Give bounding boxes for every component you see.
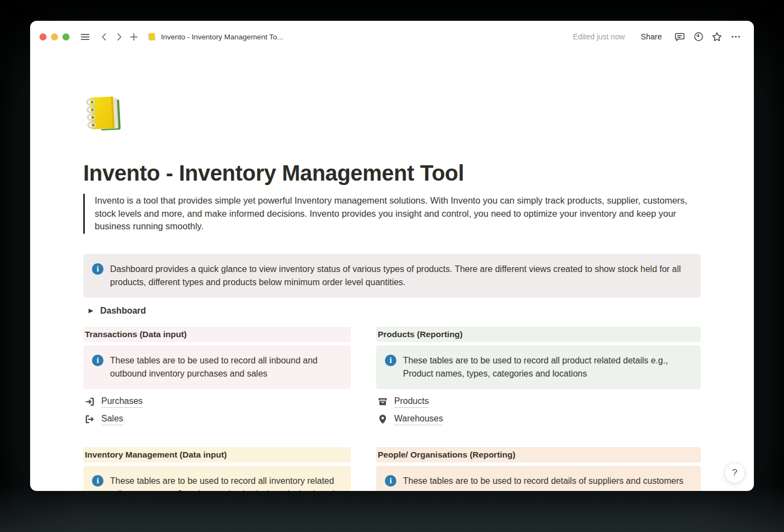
page-title: Invento - Inventory Management Tool bbox=[83, 160, 701, 186]
page-link-products[interactable]: Products bbox=[376, 394, 701, 409]
close-window-button[interactable] bbox=[39, 33, 47, 41]
comments-icon[interactable] bbox=[672, 30, 687, 44]
products-link-label[interactable]: Products bbox=[394, 396, 429, 408]
app-window: Invento - Inventory Management To... Edi… bbox=[30, 21, 754, 491]
more-options-icon[interactable] bbox=[728, 30, 743, 44]
page-link-sales[interactable]: Sales bbox=[83, 412, 351, 427]
forward-chevron-icon[interactable] bbox=[112, 30, 126, 44]
dashboard-toggle[interactable]: ▶ Dashboard bbox=[83, 303, 701, 319]
info-icon: i bbox=[385, 475, 396, 487]
sales-link-label[interactable]: Sales bbox=[101, 413, 123, 425]
transactions-callout-text: These tables are to be used to record al… bbox=[110, 354, 342, 380]
people-organisations-column: People/ Organisations (Reporting) i Thes… bbox=[376, 447, 701, 491]
dashboard-callout: i Dashboard provides a quick glance to v… bbox=[83, 254, 701, 298]
transactions-callout: i These tables are to be used to record … bbox=[83, 345, 351, 389]
page-body: Invento - Inventory Management Tool Inve… bbox=[83, 94, 701, 491]
people-organisations-callout-text: These tables are to be used to record de… bbox=[403, 475, 683, 491]
intro-quote: Invento is a tool that provides simple y… bbox=[83, 194, 692, 234]
info-icon: i bbox=[92, 355, 103, 366]
door-exit-icon bbox=[84, 414, 95, 425]
purchases-link-label[interactable]: Purchases bbox=[101, 396, 143, 408]
updates-clock-icon[interactable] bbox=[691, 30, 706, 44]
help-button[interactable]: ? bbox=[724, 462, 745, 483]
notebook-page-icon bbox=[146, 31, 158, 43]
minimize-window-button[interactable] bbox=[51, 33, 58, 41]
menu-icon[interactable] bbox=[78, 30, 93, 44]
edited-status: Edited just now bbox=[573, 32, 625, 41]
transactions-links: Purchases Sales bbox=[83, 394, 351, 427]
dashboard-callout-text: Dashboard provides a quick glance to vie… bbox=[110, 263, 692, 289]
inventory-management-callout: i These tables are to be used to record … bbox=[83, 466, 351, 491]
info-icon: i bbox=[92, 475, 103, 487]
share-button[interactable]: Share bbox=[638, 31, 665, 43]
info-icon: i bbox=[92, 263, 103, 275]
location-pin-icon bbox=[377, 414, 388, 425]
inventory-management-column: Inventory Management (Data input) i Thes… bbox=[83, 447, 351, 491]
page-link-purchases[interactable]: Purchases bbox=[83, 394, 351, 409]
inventory-management-heading: Inventory Management (Data input) bbox=[83, 447, 351, 462]
transactions-heading: Transactions (Data input) bbox=[83, 327, 351, 342]
columns-row-2: Inventory Management (Data input) i Thes… bbox=[83, 447, 701, 491]
products-callout-text: These tables are to be used to record al… bbox=[403, 354, 692, 380]
products-column: Products (Reporting) i These tables are … bbox=[376, 327, 701, 429]
products-callout: i These tables are to be used to record … bbox=[376, 345, 701, 389]
products-links: Products Warehouses bbox=[376, 394, 701, 427]
back-chevron-icon[interactable] bbox=[97, 30, 112, 44]
archive-box-icon bbox=[377, 396, 388, 407]
traffic-lights bbox=[39, 33, 70, 41]
toggle-triangle-icon[interactable]: ▶ bbox=[85, 307, 97, 314]
people-organisations-callout: i These tables are to be used to record … bbox=[376, 466, 701, 491]
zoom-window-button[interactable] bbox=[62, 33, 70, 41]
page-link-warehouses[interactable]: Warehouses bbox=[376, 412, 701, 427]
titlebar: Invento - Inventory Management To... Edi… bbox=[30, 21, 754, 45]
products-heading: Products (Reporting) bbox=[376, 327, 701, 342]
warehouses-link-label[interactable]: Warehouses bbox=[394, 413, 443, 425]
ledger-notebook-icon[interactable] bbox=[83, 94, 128, 136]
inventory-management-callout-text: These tables are to be used to record al… bbox=[110, 475, 342, 491]
info-icon: i bbox=[385, 355, 396, 366]
transactions-column: Transactions (Data input) i These tables… bbox=[83, 327, 351, 429]
tab-title[interactable]: Invento - Inventory Management To... bbox=[161, 33, 283, 41]
favorite-star-icon[interactable] bbox=[710, 30, 724, 44]
people-organisations-heading: People/ Organisations (Reporting) bbox=[376, 447, 701, 462]
door-enter-icon bbox=[84, 396, 95, 407]
dashboard-toggle-label: Dashboard bbox=[100, 306, 146, 316]
plus-icon[interactable] bbox=[126, 30, 141, 44]
columns-row-1: Transactions (Data input) i These tables… bbox=[83, 327, 701, 429]
